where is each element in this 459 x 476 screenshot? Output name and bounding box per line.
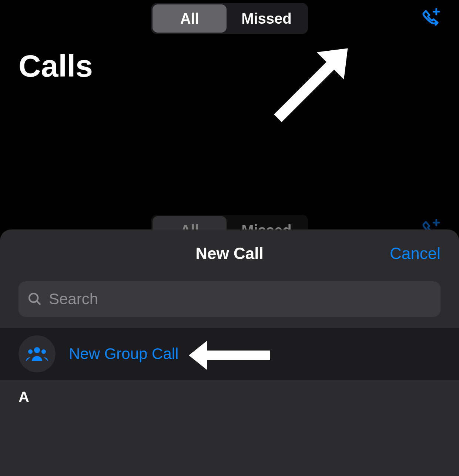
page-title: Calls (0, 37, 459, 84)
group-icon-circle (19, 335, 56, 372)
search-bar[interactable] (19, 281, 440, 317)
svg-point-4 (34, 347, 40, 353)
tab-missed[interactable]: Missed (227, 4, 306, 33)
new-group-call-row[interactable]: New Group Call (0, 328, 459, 380)
svg-point-2 (29, 294, 38, 302)
new-call-sheet: New Call Cancel New Group Call A (0, 229, 459, 476)
contacts-section-header: A (0, 380, 459, 414)
svg-line-3 (37, 301, 40, 305)
svg-marker-8 (189, 341, 207, 370)
cancel-button[interactable]: Cancel (390, 244, 440, 263)
calls-header: All Missed (0, 0, 459, 37)
new-group-call-label: New Group Call (69, 345, 178, 363)
svg-point-5 (28, 349, 33, 354)
new-call-icon[interactable] (418, 8, 440, 30)
calls-filter-segmented: All Missed (151, 3, 308, 34)
sheet-header: New Call Cancel (0, 229, 459, 278)
annotation-arrow-left-icon (185, 337, 274, 374)
search-input[interactable] (49, 290, 432, 308)
svg-point-6 (41, 349, 46, 354)
group-people-icon (25, 346, 49, 362)
sheet-title: New Call (195, 244, 263, 263)
search-icon (27, 292, 42, 306)
tab-all[interactable]: All (153, 4, 227, 33)
